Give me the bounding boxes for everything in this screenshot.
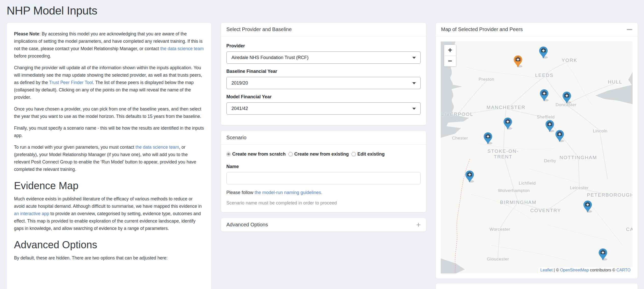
peer-marker[interactable] — [503, 117, 513, 130]
map-city-label: Lincoln — [593, 129, 607, 134]
attribution-text: | © — [553, 268, 560, 272]
radio-input[interactable] — [226, 152, 231, 156]
provider-card-body: ProviderAiredale NHS Foundation Trust (R… — [221, 36, 426, 125]
text-run: Finally, you must specify a scenario nam… — [14, 126, 204, 138]
intro-paragraph: Much evidence exists in published litera… — [14, 195, 204, 232]
peer-marker[interactable] — [583, 200, 592, 213]
text-run: before proceeding. — [14, 53, 51, 59]
scenario-name-required-note: Scenario name must be completed in order… — [226, 200, 421, 206]
peers-card-partial — [435, 283, 638, 289]
map-attribution: Leaflet | © OpenStreetMap contributors ©… — [538, 267, 633, 273]
provider-card-header: Select Provider and Baseline — [221, 23, 426, 36]
intro-card: Please Note: By accessing this model you… — [7, 22, 212, 289]
map-city-label: Chester — [452, 136, 468, 141]
bold-text: Please Note — [14, 31, 39, 36]
map-city-label: YORK — [562, 58, 577, 63]
text-run: To run a model with your given parameter… — [14, 145, 136, 150]
map-city-label: Wolverhampton — [498, 188, 530, 193]
model-year-label: Model Financial Year — [226, 94, 421, 100]
provider-select[interactable]: Airedale NHS Foundation Trust (RCF) — [226, 51, 421, 64]
scenario-card: Scenario Create new from scratchCreate n… — [221, 131, 426, 212]
scenario-name-input[interactable] — [226, 172, 421, 184]
intro-paragraph: Changing the provider will update all of… — [14, 64, 204, 101]
radio-input[interactable] — [352, 152, 356, 156]
model-year-selected-value: 2041/42 — [231, 106, 248, 111]
radio-input[interactable] — [288, 152, 293, 156]
advanced-options-header[interactable]: Advanced Options + — [221, 218, 426, 231]
map-city-label: PETERBOROUGH — [587, 192, 633, 198]
map-city-label: Preston — [478, 77, 494, 82]
model-year-select[interactable]: 2041/42 — [226, 102, 421, 115]
selected-provider-marker[interactable] — [513, 55, 523, 67]
zoom-in-button[interactable]: + — [444, 45, 456, 56]
scenario-mode-radios: Create new from scratchCreate new from e… — [226, 152, 421, 157]
chevron-down-icon — [412, 82, 416, 84]
provider-card-title: Select Provider and Baseline — [226, 26, 292, 32]
radio-label: Edit existing — [357, 152, 385, 157]
zoom-out-button[interactable]: − — [444, 56, 456, 66]
peer-marker[interactable] — [539, 46, 548, 59]
map-city-label: LEEDS — [535, 73, 553, 78]
map-city-label: Leicester — [570, 185, 589, 190]
baseline-year-select[interactable]: 2019/20 — [226, 77, 421, 89]
scenario-card-header: Scenario — [221, 131, 426, 145]
peer-marker[interactable] — [539, 89, 549, 101]
intro-paragraph: By default, these are hidden. There are … — [14, 254, 204, 262]
intro-paragraph: Once you have chosen a provider, you can… — [14, 105, 204, 120]
text-link[interactable]: an interactive app — [14, 211, 49, 216]
follow-prefix: Please follow — [226, 190, 255, 195]
naming-guidelines-line: Please follow the model-run naming guide… — [226, 190, 421, 195]
map-city-label: Sheffield — [537, 115, 554, 120]
app-root: { "page": { "title": "NHP Model Inputs" … — [0, 0, 644, 289]
intro-text: Please Note: By accessing this model you… — [14, 30, 204, 262]
map-column: Map of Selected Provider and Peers — [435, 22, 638, 289]
radio-label: Create new from existing — [294, 152, 349, 157]
text-run: Much evidence exists in published litera… — [14, 196, 202, 209]
page-title: NHP Model Inputs — [7, 4, 644, 17]
peer-marker[interactable] — [465, 170, 474, 183]
attribution-link[interactable]: CARTO — [617, 268, 631, 272]
scenario-radio-3[interactable]: Edit existing — [352, 152, 385, 157]
advanced-options-title: Advanced Options — [226, 222, 268, 228]
intro-paragraph: Please Note: By accessing this model you… — [14, 30, 204, 60]
map-city-label: Gloucester — [487, 257, 509, 262]
radio-label: Create new from scratch — [232, 152, 286, 157]
section-heading: Advanced Options — [14, 239, 204, 251]
text-link[interactable]: Trust Peer Finder Tool — [49, 80, 93, 85]
advanced-options-card[interactable]: Advanced Options + — [221, 218, 426, 232]
peer-marker[interactable] — [555, 130, 564, 142]
map-city-label: MANCHESTER — [487, 105, 525, 110]
map-city-label: LIVERPOOL — [441, 112, 473, 117]
map-card-title: Map of Selected Provider and Peers — [441, 26, 523, 32]
attribution-link[interactable]: Leaflet — [540, 268, 553, 272]
map-city-label: HULL — [608, 79, 622, 85]
chevron-down-icon — [412, 108, 416, 110]
expand-icon[interactable]: + — [416, 223, 421, 227]
provider-label: Provider — [226, 43, 421, 49]
intro-paragraph: Finally, you must specify a scenario nam… — [14, 125, 204, 139]
text-link[interactable]: the data science team — [136, 145, 179, 150]
scenario-radio-2[interactable]: Create new from existing — [288, 152, 349, 157]
text-link[interactable]: the data science team — [160, 46, 204, 51]
map-city-label: Derby — [544, 158, 556, 163]
map-city-label: COVENTRY — [530, 208, 561, 213]
collapse-icon[interactable] — [627, 29, 632, 30]
peer-marker[interactable] — [562, 91, 572, 104]
map-zoom-control: + − — [444, 45, 456, 67]
attribution-text: contributors © — [589, 268, 617, 272]
map-city-label: CA — [626, 227, 633, 232]
main-columns: Please Note: By accessing this model you… — [0, 22, 644, 289]
attribution-link[interactable]: OpenStreetMap — [560, 268, 589, 272]
leaflet-map[interactable]: PrestonYORKLEEDSHULLMANCHESTERDoncasterL… — [441, 42, 633, 273]
baseline-year-label: Baseline Financial Year — [226, 69, 421, 74]
chevron-down-icon — [412, 57, 416, 59]
form-column: Select Provider and Baseline ProviderAir… — [221, 22, 426, 237]
provider-selected-value: Airedale NHS Foundation Trust (RCF) — [231, 55, 309, 60]
peer-marker[interactable] — [483, 132, 493, 144]
scenario-card-title: Scenario — [226, 135, 246, 141]
peer-marker[interactable] — [598, 248, 608, 260]
scenario-radio-1[interactable]: Create new from scratch — [226, 152, 286, 157]
naming-guidelines-link[interactable]: the model-run naming guidelines. — [255, 190, 322, 195]
peer-marker[interactable] — [545, 120, 554, 132]
scenario-name-label: Name — [226, 164, 421, 169]
